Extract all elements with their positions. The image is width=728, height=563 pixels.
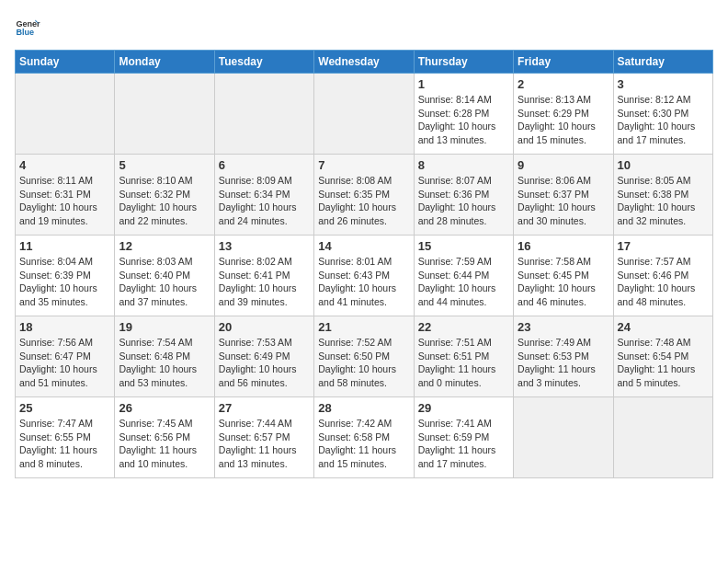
calendar-table: SundayMondayTuesdayWednesdayThursdayFrid… [15, 50, 713, 478]
day-number: 1 [418, 77, 509, 91]
day-cell: 18Sunrise: 7:56 AM Sunset: 6:47 PM Dayli… [16, 316, 115, 397]
day-info: Sunrise: 8:10 AM Sunset: 6:32 PM Dayligh… [119, 174, 210, 228]
day-cell: 16Sunrise: 7:58 AM Sunset: 6:45 PM Dayli… [514, 236, 613, 316]
day-info: Sunrise: 7:48 AM Sunset: 6:54 PM Dayligh… [618, 336, 709, 390]
header-cell-sunday: Sunday [16, 51, 115, 74]
day-number: 29 [418, 401, 509, 415]
day-cell [514, 397, 613, 478]
day-info: Sunrise: 8:11 AM Sunset: 6:31 PM Dayligh… [19, 174, 110, 228]
day-cell [613, 397, 712, 478]
day-number: 23 [518, 320, 609, 334]
day-info: Sunrise: 7:45 AM Sunset: 6:56 PM Dayligh… [119, 417, 210, 471]
day-number: 15 [418, 239, 509, 253]
header-cell-saturday: Saturday [613, 51, 712, 74]
day-number: 18 [19, 320, 110, 334]
day-number: 12 [119, 239, 210, 253]
day-info: Sunrise: 8:08 AM Sunset: 6:35 PM Dayligh… [318, 174, 409, 228]
day-info: Sunrise: 8:04 AM Sunset: 6:39 PM Dayligh… [19, 255, 110, 309]
header-cell-monday: Monday [115, 51, 214, 74]
header-cell-thursday: Thursday [414, 51, 513, 74]
day-number: 16 [518, 239, 609, 253]
day-cell: 11Sunrise: 8:04 AM Sunset: 6:39 PM Dayli… [16, 236, 115, 316]
day-number: 8 [418, 158, 509, 172]
day-number: 28 [318, 401, 409, 415]
logo: General Blue [15, 15, 44, 40]
header-cell-friday: Friday [514, 51, 613, 74]
week-row-3: 11Sunrise: 8:04 AM Sunset: 6:39 PM Dayli… [16, 236, 713, 316]
day-cell: 29Sunrise: 7:41 AM Sunset: 6:59 PM Dayli… [414, 397, 513, 478]
day-info: Sunrise: 7:58 AM Sunset: 6:45 PM Dayligh… [518, 255, 609, 309]
day-cell: 12Sunrise: 8:03 AM Sunset: 6:40 PM Dayli… [115, 236, 214, 316]
day-info: Sunrise: 7:47 AM Sunset: 6:55 PM Dayligh… [19, 417, 110, 471]
day-info: Sunrise: 7:54 AM Sunset: 6:48 PM Dayligh… [119, 336, 210, 390]
day-cell: 13Sunrise: 8:02 AM Sunset: 6:41 PM Dayli… [214, 236, 313, 316]
day-info: Sunrise: 7:42 AM Sunset: 6:58 PM Dayligh… [318, 417, 409, 471]
day-cell: 1Sunrise: 8:14 AM Sunset: 6:28 PM Daylig… [414, 74, 513, 155]
week-row-1: 1Sunrise: 8:14 AM Sunset: 6:28 PM Daylig… [16, 74, 713, 155]
day-cell: 15Sunrise: 7:59 AM Sunset: 6:44 PM Dayli… [414, 236, 513, 316]
day-number: 7 [318, 158, 409, 172]
day-cell: 6Sunrise: 8:09 AM Sunset: 6:34 PM Daylig… [214, 155, 313, 236]
day-info: Sunrise: 8:12 AM Sunset: 6:30 PM Dayligh… [618, 93, 709, 147]
day-cell: 3Sunrise: 8:12 AM Sunset: 6:30 PM Daylig… [613, 74, 712, 155]
day-info: Sunrise: 7:41 AM Sunset: 6:59 PM Dayligh… [418, 417, 509, 471]
logo-icon: General Blue [15, 15, 40, 40]
day-number: 14 [318, 239, 409, 253]
day-number: 20 [219, 320, 310, 334]
day-number: 3 [618, 77, 709, 91]
day-info: Sunrise: 8:02 AM Sunset: 6:41 PM Dayligh… [219, 255, 310, 309]
week-row-5: 25Sunrise: 7:47 AM Sunset: 6:55 PM Dayli… [16, 397, 713, 478]
day-info: Sunrise: 7:56 AM Sunset: 6:47 PM Dayligh… [19, 336, 110, 390]
day-number: 22 [418, 320, 509, 334]
day-cell: 8Sunrise: 8:07 AM Sunset: 6:36 PM Daylig… [414, 155, 513, 236]
day-info: Sunrise: 8:01 AM Sunset: 6:43 PM Dayligh… [318, 255, 409, 309]
day-number: 9 [518, 158, 609, 172]
week-row-2: 4Sunrise: 8:11 AM Sunset: 6:31 PM Daylig… [16, 155, 713, 236]
day-number: 10 [618, 158, 709, 172]
header-cell-tuesday: Tuesday [214, 51, 313, 74]
day-cell: 2Sunrise: 8:13 AM Sunset: 6:29 PM Daylig… [514, 74, 613, 155]
day-cell: 28Sunrise: 7:42 AM Sunset: 6:58 PM Dayli… [314, 397, 414, 478]
day-cell: 7Sunrise: 8:08 AM Sunset: 6:35 PM Daylig… [314, 155, 414, 236]
day-info: Sunrise: 7:53 AM Sunset: 6:49 PM Dayligh… [219, 336, 310, 390]
svg-text:Blue: Blue [16, 28, 34, 37]
day-cell [16, 74, 115, 155]
day-cell [115, 74, 214, 155]
week-row-4: 18Sunrise: 7:56 AM Sunset: 6:47 PM Dayli… [16, 316, 713, 397]
day-cell: 22Sunrise: 7:51 AM Sunset: 6:51 PM Dayli… [414, 316, 513, 397]
svg-text:General: General [16, 19, 40, 29]
day-info: Sunrise: 7:44 AM Sunset: 6:57 PM Dayligh… [219, 417, 310, 471]
day-number: 17 [618, 239, 709, 253]
day-info: Sunrise: 7:51 AM Sunset: 6:51 PM Dayligh… [418, 336, 509, 390]
day-number: 21 [318, 320, 409, 334]
day-info: Sunrise: 8:03 AM Sunset: 6:40 PM Dayligh… [119, 255, 210, 309]
header-cell-wednesday: Wednesday [314, 51, 414, 74]
header-row: SundayMondayTuesdayWednesdayThursdayFrid… [16, 51, 713, 74]
calendar-header: SundayMondayTuesdayWednesdayThursdayFrid… [16, 51, 713, 74]
day-number: 6 [219, 158, 310, 172]
day-cell: 19Sunrise: 7:54 AM Sunset: 6:48 PM Dayli… [115, 316, 214, 397]
day-info: Sunrise: 8:13 AM Sunset: 6:29 PM Dayligh… [518, 93, 609, 147]
page-header: General Blue [15, 15, 713, 40]
day-info: Sunrise: 7:49 AM Sunset: 6:53 PM Dayligh… [518, 336, 609, 390]
day-number: 13 [219, 239, 310, 253]
day-cell: 21Sunrise: 7:52 AM Sunset: 6:50 PM Dayli… [314, 316, 414, 397]
day-info: Sunrise: 8:14 AM Sunset: 6:28 PM Dayligh… [418, 93, 509, 147]
day-cell: 26Sunrise: 7:45 AM Sunset: 6:56 PM Dayli… [115, 397, 214, 478]
day-info: Sunrise: 7:57 AM Sunset: 6:46 PM Dayligh… [618, 255, 709, 309]
day-cell: 17Sunrise: 7:57 AM Sunset: 6:46 PM Dayli… [613, 236, 712, 316]
day-number: 26 [119, 401, 210, 415]
day-cell [214, 74, 313, 155]
day-cell: 24Sunrise: 7:48 AM Sunset: 6:54 PM Dayli… [613, 316, 712, 397]
day-cell: 27Sunrise: 7:44 AM Sunset: 6:57 PM Dayli… [214, 397, 313, 478]
day-number: 25 [19, 401, 110, 415]
day-info: Sunrise: 8:06 AM Sunset: 6:37 PM Dayligh… [518, 174, 609, 228]
day-info: Sunrise: 7:52 AM Sunset: 6:50 PM Dayligh… [318, 336, 409, 390]
day-cell: 14Sunrise: 8:01 AM Sunset: 6:43 PM Dayli… [314, 236, 414, 316]
day-cell: 4Sunrise: 8:11 AM Sunset: 6:31 PM Daylig… [16, 155, 115, 236]
day-cell: 25Sunrise: 7:47 AM Sunset: 6:55 PM Dayli… [16, 397, 115, 478]
day-cell: 5Sunrise: 8:10 AM Sunset: 6:32 PM Daylig… [115, 155, 214, 236]
calendar-body: 1Sunrise: 8:14 AM Sunset: 6:28 PM Daylig… [16, 74, 713, 478]
day-cell: 20Sunrise: 7:53 AM Sunset: 6:49 PM Dayli… [214, 316, 313, 397]
day-cell: 10Sunrise: 8:05 AM Sunset: 6:38 PM Dayli… [613, 155, 712, 236]
